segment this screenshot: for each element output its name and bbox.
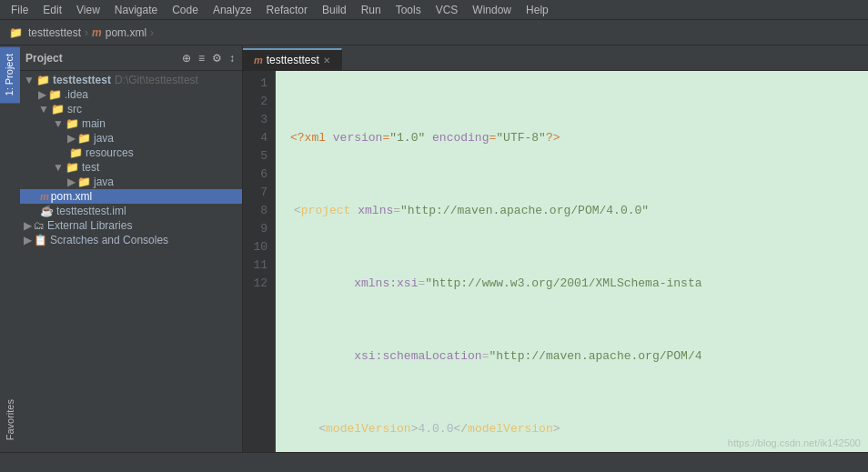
line5-text: 4.0.0 (418, 420, 453, 438)
line4-attr: xsi:schemaLocation (354, 347, 481, 366)
expand-icon-java-main: ▶ (67, 132, 76, 145)
line-numbers: 1 2 3 4 5 6 7 8 9 10 11 12 (243, 71, 276, 472)
project-icon: 📁 (9, 26, 23, 39)
line3-attr: xmlns:xsi (354, 275, 418, 293)
favorites-label: Favorites (5, 399, 15, 440)
tree-label-idea: .idea (65, 88, 88, 101)
tree-label-test: test (82, 161, 99, 174)
panel-title: Project (25, 52, 63, 65)
code-editor[interactable]: 1 2 3 4 5 6 7 8 9 10 11 12 <?xml version… (243, 71, 868, 472)
expand-icon-scratches: ▶ (24, 234, 32, 246)
expand-icon: ▼ (24, 74, 35, 86)
menu-build[interactable]: Build (315, 2, 354, 18)
expand-icon-java-test: ▶ (67, 176, 76, 188)
folder-icon-main: 📁 (66, 117, 79, 130)
line5-cb: > (411, 420, 419, 438)
tree-label-pom: pom.xml (51, 190, 92, 203)
tree-label-iml: testtesttest.iml (56, 205, 126, 217)
panel-icon-gear[interactable]: ⚙ (210, 50, 224, 66)
tree-label-resources: resources (86, 146, 134, 159)
menubar: File Edit View Navigate Code Analyze Ref… (0, 0, 868, 20)
menu-code[interactable]: Code (165, 2, 206, 18)
tree-item-java-main[interactable]: ▶ 📁 java (20, 131, 242, 146)
tree-label-ext-libs: External Libraries (47, 219, 132, 232)
project-panel: Project ⊕ ≡ ⚙ ↕ ▼ 📁 testtesttest D:\Git\… (20, 45, 243, 472)
tree-item-java-test[interactable]: ▶ 📁 java (20, 175, 242, 189)
java-folder-icon: 📁 (77, 132, 91, 145)
line5-ctag: modelVersion (468, 420, 553, 438)
panel-header: Project ⊕ ≡ ⚙ ↕ (20, 45, 242, 71)
tree-item-main[interactable]: ▼ 📁 main (20, 116, 242, 131)
line4-indent (290, 347, 354, 366)
tree-item-pom[interactable]: m pom.xml (20, 189, 242, 204)
line3-val: "http://www.w3.org/2001/XMLSchema-insta (425, 275, 701, 293)
menu-analyze[interactable]: Analyze (206, 2, 259, 18)
tree-item-idea[interactable]: ▶ 📁 .idea (20, 87, 242, 102)
line5-ocb: </ (453, 420, 468, 438)
line1-prolog: <?xml (290, 129, 333, 147)
tab-label-pom: testtesttest (267, 54, 319, 66)
tree-label-root-path: D:\Git\testtesttest (115, 74, 198, 86)
line5-tag: modelVersion (326, 420, 411, 438)
menu-navigate[interactable]: Navigate (107, 2, 165, 18)
line1-space (425, 129, 432, 147)
code-line-1: <?xml version="1.0" encoding="UTF-8"?> (290, 129, 861, 147)
java-test-folder-icon: 📁 (77, 176, 91, 188)
line4-eq: = (482, 347, 490, 366)
tree-label-scratches: Scratches and Consoles (50, 234, 168, 246)
line3-indent (290, 275, 354, 293)
code-content[interactable]: <?xml version="1.0" encoding="UTF-8"?> <… (276, 71, 868, 472)
tree-item-root[interactable]: ▼ 📁 testtesttest D:\Git\testtesttest (20, 73, 242, 87)
menu-window[interactable]: Window (465, 2, 519, 18)
expand-icon-main: ▼ (53, 117, 64, 130)
tree-item-scratches[interactable]: ▶ 📋 Scratches and Consoles (20, 233, 242, 247)
tree-item-iml[interactable]: ☕ testtesttest.iml (20, 204, 242, 218)
tree-label-java-main: java (94, 132, 114, 145)
breadcrumb-root[interactable]: testtesttest (28, 26, 81, 39)
panel-icon-menu[interactable]: ≡ (197, 50, 207, 66)
menu-file[interactable]: File (4, 2, 35, 18)
line1-close: ?> (546, 129, 560, 147)
java-file-icon: ☕ (40, 205, 54, 217)
tree-item-test[interactable]: ▼ 📁 test (20, 160, 242, 175)
menu-tools[interactable]: Tools (389, 2, 429, 18)
expand-icon-src: ▼ (38, 103, 49, 115)
panel-icon-layout[interactable]: ↕ (227, 50, 237, 66)
line2-bracket: < (294, 202, 301, 220)
tree-label-main: main (82, 117, 106, 130)
menu-vcs[interactable]: VCS (429, 2, 466, 18)
file-tree: ▼ 📁 testtesttest D:\Git\testtesttest ▶ 📁… (20, 71, 242, 472)
menu-edit[interactable]: Edit (35, 2, 69, 18)
line5-ccb: > (553, 420, 560, 438)
line1-eq2: = (489, 129, 496, 147)
tree-item-resources[interactable]: 📁 resources (20, 146, 242, 160)
menu-refactor[interactable]: Refactor (259, 2, 315, 18)
line3-eq: = (418, 275, 425, 293)
tab-close-btn[interactable]: ✕ (323, 55, 330, 65)
menu-help[interactable]: Help (519, 2, 556, 18)
line1-attr2: encoding (432, 129, 489, 147)
tree-label-java-test: java (94, 176, 114, 188)
code-line-2: <project xmlns="http://maven.apache.org/… (290, 202, 861, 220)
menu-view[interactable]: View (69, 2, 107, 18)
tree-item-ext-libs[interactable]: ▶ 🗂 External Libraries (20, 218, 242, 233)
code-line-4: xsi:schemaLocation="http://maven.apache.… (290, 347, 861, 366)
sidebar-tab-project[interactable]: 1: Project (0, 45, 20, 103)
editor-tab-pom[interactable]: m testtesttest ✕ (243, 48, 342, 70)
tree-label-src: src (67, 103, 82, 115)
panel-icon-add[interactable]: ⊕ (180, 50, 193, 66)
watermark-text: https://blog.csdn.net/ik142500 (728, 437, 861, 448)
line2-val: "http://maven.apache.org/POM/4.0.0" (400, 202, 649, 220)
tree-item-src[interactable]: ▼ 📁 src (20, 102, 242, 116)
breadcrumb-file[interactable]: pom.xml (106, 26, 146, 39)
ext-libs-icon: 🗂 (34, 219, 45, 232)
line5-ob: < (318, 420, 326, 438)
line2-attr: xmlns (350, 202, 393, 220)
status-bar: https://blog.csdn.net/ik142500 (0, 452, 868, 472)
tree-label-root: testtesttest (53, 74, 111, 86)
menu-run[interactable]: Run (354, 2, 389, 18)
favorites-tab[interactable]: Favorites (0, 388, 20, 452)
code-line-5: <modelVersion>4.0.0</modelVersion> (290, 420, 861, 438)
resources-folder-icon: 📁 (69, 146, 83, 159)
line2-tag: project (301, 202, 351, 220)
